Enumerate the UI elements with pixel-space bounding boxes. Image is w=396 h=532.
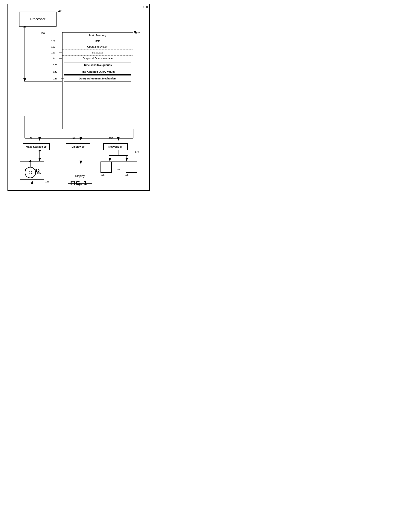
label-155: 155 (45, 180, 70, 183)
row-db-text: Database (92, 51, 103, 54)
main-memory-title-text: Main Memory (89, 34, 106, 37)
node-labels: 175 175 (100, 174, 128, 176)
network-nodes-area: ··· 175 175 170 (100, 156, 137, 176)
label-122: 122 (51, 45, 55, 48)
label-175a: 175 (100, 174, 105, 176)
display-if-label: Display I/F (66, 143, 90, 150)
label-100: 100 (143, 6, 148, 9)
label-160: 160 (41, 32, 45, 34)
label-150: 150 (109, 137, 133, 140)
main-memory-title: Main Memory (63, 33, 133, 38)
display-device-label: Display (75, 174, 85, 178)
row-taqv-text: Time Adjusted Query Values (80, 70, 115, 73)
disc-circle (25, 167, 36, 178)
label-195: 195 (37, 172, 41, 174)
mm-row-taqv: 126 Time Adjusted Query Values (64, 69, 131, 75)
label-110: 110 (58, 9, 62, 12)
label-121: 121 (51, 40, 55, 42)
diagram-container: 100 Processor 110 160 Main Memory 121 Da… (7, 4, 150, 191)
mass-storage-text: Mass Storage I/F (26, 145, 47, 148)
network-node-2 (126, 162, 137, 173)
label-120: 120 (136, 32, 140, 35)
label-175b: 175 (124, 174, 128, 176)
display-if-text: Display I/F (71, 145, 85, 148)
display-if-box: 140 Display I/F (66, 141, 90, 150)
mm-row-gqi: 124 Graphical Query Interface (63, 56, 133, 61)
label-170: 170 (135, 150, 139, 153)
mm-row-os: 122 Operating System (63, 44, 133, 50)
row-os-text: Operating System (87, 45, 108, 48)
processor-box: Processor (19, 11, 57, 27)
network-if-box: 150 Network I/F (103, 141, 128, 150)
mm-row-db: 123 Database (63, 50, 133, 56)
row-data-text: Data (95, 40, 100, 42)
mm-row-qam: 127 Query Adjustment Mechanism (64, 75, 131, 81)
label-140: 140 (71, 137, 96, 140)
main-memory-box: Main Memory 121 Data 122 Operating Syste… (62, 32, 133, 129)
network-nodes-row: ··· (100, 156, 137, 173)
label-124: 124 (51, 57, 55, 60)
label-130: 130 (29, 137, 55, 140)
ellipsis: ··· (117, 156, 120, 173)
disc-inner (29, 171, 32, 174)
mm-row-tsq: 125 Time sensitive queries (64, 62, 131, 68)
label-126: 126 (53, 70, 57, 73)
row-qam-text: Query Adjustment Mechanism (79, 77, 116, 80)
disc-area: 195 (25, 161, 36, 181)
fig-caption: FIG. 1 (70, 180, 87, 187)
network-if-text: Network I/F (108, 145, 122, 148)
mm-row-data: 121 Data (63, 38, 133, 44)
label-125: 125 (53, 64, 57, 67)
network-if-label: Network I/F (103, 143, 128, 150)
label-127: 127 (53, 77, 57, 80)
row-gqi-text: Graphical Query Interface (83, 57, 113, 60)
mass-storage-box: 130 Mass Storage I/F (23, 141, 50, 150)
processor-label: Processor (30, 17, 45, 21)
mass-storage-label: Mass Storage I/F (23, 143, 50, 150)
network-node-1 (100, 162, 112, 173)
label-123: 123 (51, 51, 55, 54)
row-tsq-text: Time sensitive queries (84, 63, 112, 67)
